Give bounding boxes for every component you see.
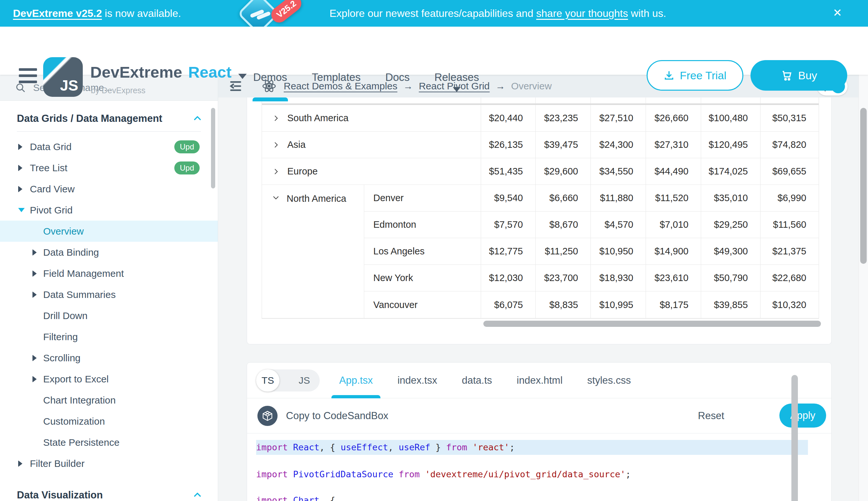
free-trial-button[interactable]: Free Trial xyxy=(647,60,743,90)
collapse-section-icon[interactable] xyxy=(194,492,201,500)
copy-to-codesandbox-button[interactable]: Copy to CodeSandBox xyxy=(286,410,388,422)
pivot-value-cell[interactable]: $174,025 xyxy=(701,158,760,184)
code-tab-styles-css[interactable]: styles.css xyxy=(587,363,631,398)
sidebar-section-data-visualization[interactable]: Data Visualization xyxy=(0,485,218,501)
js-toggle-option[interactable]: JS xyxy=(299,375,310,386)
pivot-value-cell[interactable]: $12,030 xyxy=(481,265,536,291)
code-editor[interactable]: import React, { useEffect, useRef } from… xyxy=(247,434,831,501)
framework-dropdown-caret-icon[interactable] xyxy=(238,74,247,79)
code-vertical-scrollbar[interactable] xyxy=(791,375,798,501)
pivot-value-cell[interactable]: $34,550 xyxy=(591,158,646,184)
sidebar-item-drill-down[interactable]: Drill Down xyxy=(0,305,218,326)
sidebar-item-scrolling[interactable]: Scrolling xyxy=(0,347,218,369)
pivot-region-cell[interactable]: North America xyxy=(262,185,364,318)
pivot-city-cell[interactable]: Denver xyxy=(364,185,481,211)
expand-arrow-icon[interactable] xyxy=(18,143,22,150)
pivot-value-cell[interactable]: $100,480 xyxy=(701,105,760,131)
code-tab-data-ts[interactable]: data.ts xyxy=(462,363,492,398)
pivot-value-cell[interactable]: $22,680 xyxy=(760,265,818,291)
pivot-value-cell[interactable]: $44,490 xyxy=(646,158,701,184)
pivot-value-cell[interactable]: $26,135 xyxy=(481,131,536,158)
expand-row-icon[interactable] xyxy=(272,167,280,176)
sidebar-item-export-to-excel[interactable]: Export to Excel xyxy=(0,369,218,390)
pivot-value-cell[interactable]: $4,570 xyxy=(591,212,646,238)
pivot-value-cell[interactable]: $29,600 xyxy=(536,158,591,184)
pivot-value-cell[interactable]: $7,570 xyxy=(481,212,536,238)
share-your-thoughts-link[interactable]: share your thoughts xyxy=(536,8,628,19)
apply-button[interactable]: Apply xyxy=(779,404,826,428)
pivot-city-cell[interactable]: New York xyxy=(364,265,481,291)
pivot-region-cell[interactable]: Asia xyxy=(262,131,481,158)
collapse-arrow-icon[interactable] xyxy=(18,208,25,212)
pivot-region-cell[interactable]: South America xyxy=(262,105,481,131)
code-line[interactable]: import PivotGridDataSource from 'devextr… xyxy=(256,468,831,481)
expand-arrow-icon[interactable] xyxy=(18,186,22,192)
pivot-value-cell[interactable]: $23,610 xyxy=(646,265,701,291)
sidebar-item-data-binding[interactable]: Data Binding xyxy=(0,242,218,263)
nav-item-demos[interactable]: Demos xyxy=(253,53,287,102)
expand-arrow-icon[interactable] xyxy=(18,165,22,171)
pivot-city-cell[interactable]: Vancouver xyxy=(364,291,481,318)
expand-arrow-icon[interactable] xyxy=(32,270,37,277)
ts-js-toggle[interactable]: TS JS xyxy=(256,370,320,392)
sidebar-item-overview[interactable]: Overview xyxy=(0,221,218,242)
pivot-value-cell[interactable]: $23,235 xyxy=(536,105,591,131)
code-tab-index-html[interactable]: index.html xyxy=(517,363,562,398)
sidebar-item-field-management[interactable]: Field Management xyxy=(0,263,218,284)
banner-close-icon[interactable]: ✕ xyxy=(833,7,842,18)
pivot-grid-horizontal-scrollbar[interactable] xyxy=(483,321,821,327)
collapse-sidebar-icon[interactable] xyxy=(229,79,243,93)
pivot-value-cell[interactable]: $29,250 xyxy=(701,212,760,238)
brand-title[interactable]: DevExtreme React xyxy=(90,63,247,81)
pivot-value-cell[interactable]: $6,660 xyxy=(536,185,591,211)
pivot-value-cell[interactable] xyxy=(760,97,818,103)
nav-item-docs[interactable]: Docs xyxy=(385,53,410,102)
pivot-value-cell[interactable]: $11,520 xyxy=(646,185,701,211)
pivot-value-cell[interactable]: $8,835 xyxy=(536,291,591,318)
code-line[interactable] xyxy=(256,455,831,468)
sidebar-item-data-grid[interactable]: Data GridUpd xyxy=(0,136,218,157)
pivot-value-cell[interactable]: $11,880 xyxy=(591,185,646,211)
pivot-value-cell[interactable] xyxy=(646,97,701,103)
collapse-section-icon[interactable] xyxy=(194,116,201,124)
code-line[interactable]: import Chart, { xyxy=(256,494,831,501)
pivot-value-cell[interactable]: $39,475 xyxy=(536,131,591,158)
pivot-region-cell[interactable]: Europe xyxy=(262,158,481,184)
code-tab-index-tsx[interactable]: index.tsx xyxy=(397,363,437,398)
expand-arrow-icon[interactable] xyxy=(18,460,22,467)
pivot-city-cell[interactable]: Edmonton xyxy=(364,212,481,238)
pivot-value-cell[interactable]: $10,320 xyxy=(760,291,818,318)
expand-arrow-icon[interactable] xyxy=(32,355,37,361)
reset-button[interactable]: Reset xyxy=(698,410,724,422)
sidebar-item-filter-builder[interactable]: Filter Builder xyxy=(0,453,218,474)
nav-item-templates[interactable]: Templates xyxy=(312,53,361,102)
pivot-value-cell[interactable]: $26,660 xyxy=(646,105,701,131)
sidebar-scrollbar[interactable] xyxy=(211,108,215,189)
pivot-value-cell[interactable]: $49,300 xyxy=(701,238,760,265)
codesandbox-icon[interactable] xyxy=(257,406,277,426)
expand-row-icon[interactable] xyxy=(272,141,280,149)
pivot-value-cell[interactable]: $12,775 xyxy=(481,238,536,265)
pivot-value-cell[interactable]: $35,010 xyxy=(701,185,760,211)
pivot-value-cell[interactable] xyxy=(536,97,591,103)
pivot-value-cell[interactable]: $14,900 xyxy=(646,238,701,265)
sidebar-item-tree-list[interactable]: Tree ListUpd xyxy=(0,157,218,178)
banner-release-link[interactable]: DevExtreme v25.2 xyxy=(13,8,102,19)
pivot-value-cell[interactable]: $8,670 xyxy=(536,212,591,238)
page-scrollbar-thumb[interactable] xyxy=(860,108,867,264)
code-tab-app-tsx[interactable]: App.tsx xyxy=(339,363,373,398)
pivot-value-cell[interactable]: $74,820 xyxy=(760,131,818,158)
pivot-value-cell[interactable]: $9,540 xyxy=(481,185,536,211)
pivot-value-cell[interactable]: $120,495 xyxy=(701,131,760,158)
sidebar-item-chart-integration[interactable]: Chart Integration xyxy=(0,390,218,411)
sidebar-item-data-summaries[interactable]: Data Summaries xyxy=(0,284,218,305)
ts-toggle-selected[interactable]: TS xyxy=(256,370,279,392)
pivot-value-cell[interactable]: $10,995 xyxy=(591,291,646,318)
pivot-value-cell[interactable]: $6,990 xyxy=(760,185,818,211)
pivot-value-cell[interactable] xyxy=(481,97,536,103)
pivot-value-cell[interactable]: $11,250 xyxy=(536,238,591,265)
pivot-value-cell[interactable]: $18,930 xyxy=(591,265,646,291)
sidebar-section-data-grids[interactable]: Data Grids / Data Management xyxy=(0,108,218,129)
pivot-value-cell[interactable]: $21,375 xyxy=(760,238,818,265)
nav-item-releases[interactable]: Releases xyxy=(434,53,479,102)
